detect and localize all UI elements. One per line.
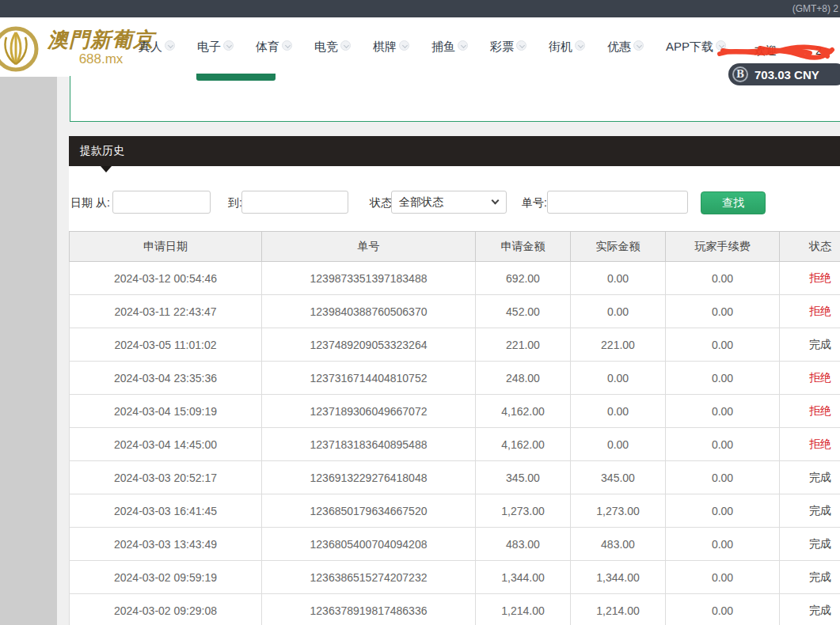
timezone-text: (GMT+8) 2 [792, 3, 838, 14]
cell-date: 2024-03-03 13:43:49 [70, 528, 262, 561]
table-row: 2024-03-11 22:43:47123984038876050637045… [70, 295, 840, 328]
nav-item-3[interactable]: 体育 [256, 40, 292, 55]
column-header: 申请金额 [476, 232, 571, 262]
column-header: 申请日期 [70, 232, 262, 262]
cell-order-number: 1237189306049667072 [262, 395, 476, 428]
section-bar: 提款历史 [69, 136, 840, 166]
cell-request-amount: 1,273.00 [476, 494, 571, 528]
topbar: (GMT+8) 2 [0, 0, 840, 17]
cell-status: 完成 [780, 561, 840, 594]
site-logo[interactable]: 澳門新葡京 688.mx [0, 17, 154, 77]
nav-item-9[interactable]: 优惠 [607, 40, 644, 55]
date-to-label: 到: [228, 196, 242, 210]
balance-pill[interactable]: B 703.03 CNY [728, 63, 840, 85]
cell-actual-amount: 0.00 [571, 395, 666, 428]
search-button[interactable]: 查找 [701, 191, 766, 214]
cell-order-number: 1237316714404810752 [262, 362, 476, 395]
cell-date: 2024-03-04 15:09:19 [70, 395, 262, 428]
cell-actual-amount: 1,344.00 [571, 561, 666, 594]
withdrawal-history-table: 申请日期单号申请金额实际金额玩家手续费状态 2024-03-12 00:54:4… [69, 231, 840, 625]
chevron-down-circle-icon [282, 40, 292, 51]
cell-actual-amount: 483.00 [571, 528, 666, 561]
cell-request-amount: 248.00 [476, 362, 571, 395]
cell-status: 完成 [780, 461, 840, 494]
chevron-down-circle-icon [399, 40, 409, 51]
status-select[interactable]: 全部状态 [391, 191, 507, 214]
cell-status: 拒绝 [780, 262, 840, 295]
date-to-input[interactable] [241, 191, 348, 214]
cell-order-number: 1239840388760506370 [262, 295, 476, 328]
cell-player-fee: 0.00 [666, 594, 780, 625]
chevron-down-circle-icon [575, 40, 585, 51]
submit-button-fragment[interactable] [196, 74, 276, 81]
column-header: 玩家手续费 [666, 232, 780, 262]
section-title: 提款历史 [80, 144, 124, 158]
chevron-down-icon [492, 197, 500, 205]
balance-amount: 703.03 CNY [754, 68, 819, 81]
cell-date: 2024-03-04 14:45:00 [70, 428, 262, 461]
table-row: 2024-03-12 00:54:46123987335139718348869… [70, 262, 840, 295]
chevron-down-circle-icon [458, 40, 468, 51]
cell-status: 完成 [780, 494, 840, 528]
table-row: 2024-03-04 23:35:36123731671440481075224… [70, 362, 840, 395]
cell-player-fee: 0.00 [666, 262, 780, 295]
cell-request-amount: 4,162.00 [476, 395, 571, 428]
red-redaction-scribble [716, 41, 835, 62]
bitcoin-icon: B [732, 66, 748, 82]
cell-actual-amount: 0.00 [571, 428, 666, 461]
cell-order-number: 1236386515274207232 [262, 561, 476, 594]
cell-order-number: 1239873351397183488 [262, 262, 476, 295]
nav-item-4[interactable]: 电竞 [314, 40, 351, 55]
cell-date: 2024-03-02 09:29:08 [70, 594, 262, 625]
cell-date: 2024-03-12 00:54:46 [70, 262, 262, 295]
table-row: 2024-03-02 09:29:0812363789198174863361,… [70, 594, 840, 625]
chevron-down-circle-icon [340, 40, 351, 51]
cell-date: 2024-03-04 23:35:36 [70, 362, 262, 395]
cell-order-number: 1236805400704094208 [262, 528, 476, 561]
cell-player-fee: 0.00 [666, 328, 780, 362]
cell-actual-amount: 0.00 [571, 362, 666, 395]
nav-item-6[interactable]: 捕鱼 [431, 40, 468, 55]
cell-date: 2024-03-11 22:43:47 [70, 295, 262, 328]
table-row: 2024-03-03 20:52:17123691322927641804834… [70, 461, 840, 494]
cell-player-fee: 0.00 [666, 561, 780, 594]
cell-status: 拒绝 [780, 428, 840, 461]
cell-request-amount: 4,162.00 [476, 428, 571, 461]
cell-actual-amount: 1,214.00 [571, 594, 666, 625]
logo-domain: 688.mx [79, 51, 124, 67]
cell-date: 2024-03-02 09:59:19 [70, 561, 262, 594]
date-from-input[interactable] [112, 191, 211, 214]
table-row: 2024-03-04 14:45:0012371831836408954884,… [70, 428, 840, 461]
cell-status: 完成 [780, 594, 840, 625]
cell-status: 拒绝 [780, 295, 840, 328]
cell-request-amount: 483.00 [476, 528, 571, 561]
table-row: 2024-03-04 15:09:1912371893060496670724,… [70, 395, 840, 428]
chevron-down-circle-icon [223, 40, 234, 51]
cell-request-amount: 1,214.00 [476, 594, 571, 625]
table-row: 2024-03-05 11:01:02123748920905332326422… [70, 328, 840, 362]
cell-status: 完成 [780, 328, 840, 362]
column-header: 单号 [262, 232, 476, 262]
cell-order-number: 1236850179634667520 [262, 494, 476, 528]
lotus-emblem-icon [0, 20, 46, 77]
cell-order-number: 1236378919817486336 [262, 594, 476, 625]
date-from-label: 日期 从: [70, 196, 110, 210]
nav-item-label: 彩票 [490, 40, 514, 55]
nav-item-1[interactable]: 真人 [139, 40, 175, 55]
nav-item-8[interactable]: 街机 [549, 40, 585, 55]
nav-item-5[interactable]: 棋牌 [373, 40, 409, 55]
nav-item-2[interactable]: 电子 [197, 40, 234, 55]
cell-request-amount: 345.00 [476, 461, 571, 494]
cell-actual-amount: 0.00 [571, 295, 666, 328]
chevron-down-circle-icon [516, 40, 526, 51]
welcome-area: 欢迎 2 [716, 41, 835, 62]
cell-order-number: 1237489209053323264 [262, 328, 476, 362]
table-row: 2024-03-03 13:43:49123680540070409420848… [70, 528, 840, 561]
status-select-value: 全部状态 [399, 195, 443, 210]
cell-actual-amount: 0.00 [571, 262, 666, 295]
nav-item-7[interactable]: 彩票 [490, 40, 526, 55]
chevron-down-circle-icon [165, 40, 175, 51]
cell-request-amount: 1,344.00 [476, 561, 571, 594]
chevron-down-circle-icon [633, 40, 644, 51]
order-number-input[interactable] [547, 191, 688, 214]
